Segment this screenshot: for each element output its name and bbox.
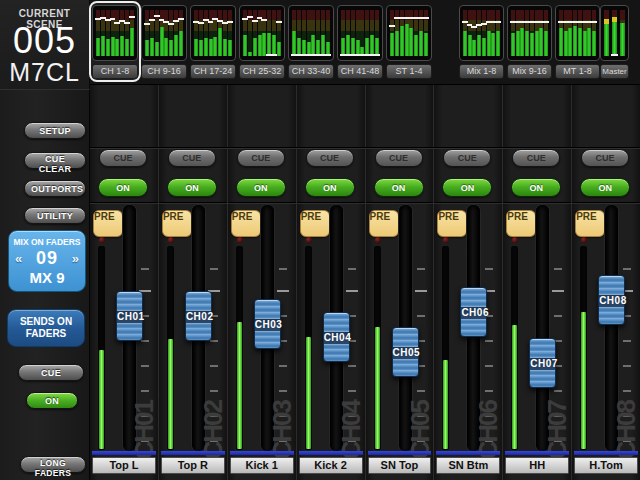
bridge-tab-ch-9-16[interactable]: CH 9-16 [141,64,187,79]
fader-scale-tick [554,390,562,392]
on-button[interactable]: ON [511,178,561,197]
on-button[interactable]: ON [98,178,148,197]
cue-button[interactable]: CUE [99,149,147,167]
meter-bar [472,10,476,56]
channel-name-button[interactable]: SN Top [368,457,432,474]
meter-block-mix-9-16[interactable]: Mix 9-16 [504,1,555,82]
sidebar-cue-button[interactable]: CUE [18,364,84,381]
channel-color-bar [161,451,225,455]
pre-badge[interactable]: PRE [506,210,536,237]
bridge-tab-st-1-4[interactable]: ST 1-4 [386,64,432,79]
bridge-tab-ch-33-40[interactable]: CH 33-40 [288,64,334,79]
mix-on-faders-panel[interactable]: MIX ON FADERS « 09 » MX 9 [8,230,86,292]
meter-box [386,5,432,61]
prev-mix-icon[interactable]: « [15,251,22,266]
bridge-tab-ch-1-8[interactable]: CH 1-8 [92,64,138,79]
meter-block-st-1-4[interactable]: ST 1-4 [383,1,435,82]
meter-block-ch-25-32[interactable]: CH 25-32 [236,1,288,82]
fader-scale-tick [279,390,287,392]
cue-button[interactable]: CUE [375,149,423,167]
fader-cap[interactable]: CH08 [598,275,625,325]
channel-color-bar [505,451,569,455]
meter-block-mix-1-8[interactable]: Mix 1-8 [456,1,507,82]
cue-button[interactable]: CUE [443,149,491,167]
meter-block-mt-1-8[interactable]: MT 1-8 [552,1,603,82]
bridge-tab-mix-9-16[interactable]: Mix 9-16 [507,64,552,79]
level-meter-fill [99,350,104,449]
pre-badge[interactable]: PRE [162,210,192,237]
cue-button[interactable]: CUE [237,149,285,167]
fader-cap[interactable]: CH07 [529,338,556,388]
bridge-tab-ch-25-32[interactable]: CH 25-32 [239,64,285,79]
fader-scale-tick [277,290,289,292]
cue-button[interactable]: CUE [512,149,560,167]
outports-button[interactable]: OUTPORTS [24,180,86,197]
bridge-tab-ch-17-24[interactable]: CH 17-24 [190,64,236,79]
bridge-tab-master[interactable]: Master [600,64,629,79]
fader-cap[interactable]: CH01 [116,291,143,341]
meter-block-ch-9-16[interactable]: CH 9-16 [138,1,190,82]
meter-block-ch-41-48[interactable]: CH 41-48 [334,1,386,82]
channel-name-button[interactable]: HH [505,457,569,474]
channel-name-button[interactable]: Top L [92,457,156,474]
meter-box [141,5,187,61]
fader-cap[interactable]: CH04 [323,312,350,362]
channel-name-button[interactable]: H.Tom [574,457,638,474]
bridge-tab-mix-1-8[interactable]: Mix 1-8 [459,64,504,79]
meter-bar [525,10,529,56]
cue-button[interactable]: CUE [306,149,354,167]
meter-block-master[interactable]: Master [597,1,632,82]
fader-cap[interactable]: CH03 [254,299,281,349]
channel-name-button[interactable]: Top R [161,457,225,474]
meter-bar [326,10,330,56]
meter-block-ch-17-24[interactable]: CH 17-24 [187,1,239,82]
meter-bar [511,10,515,56]
level-meter [374,246,381,450]
sends-on-faders-button[interactable]: SENDS ON FADERS [7,309,85,347]
fader-scale-tick [623,340,631,342]
fader-cap[interactable]: CH05 [392,327,419,377]
fader-scale-tick [141,340,149,342]
setup-button[interactable]: SETUP [24,122,86,139]
level-meter-fill [581,312,586,449]
fader-scale-tick [348,268,356,270]
on-button[interactable]: ON [305,178,355,197]
channel-name-button[interactable]: SN Btm [436,457,500,474]
pre-badge[interactable]: PRE [93,210,123,237]
long-faders-button[interactable]: LONG FADERS [20,456,86,473]
on-button[interactable]: ON [580,178,630,197]
fader-cap[interactable]: CH02 [185,291,212,341]
on-button[interactable]: ON [442,178,492,197]
cue-button[interactable]: CUE [168,149,216,167]
level-meter [511,246,518,450]
meter-block-ch-33-40[interactable]: CH 33-40 [285,1,337,82]
meter-bar [604,10,609,56]
pre-badge[interactable]: PRE [300,210,330,237]
on-button[interactable]: ON [374,178,424,197]
fader-cap[interactable]: CH06 [460,287,487,337]
cue-button[interactable]: CUE [581,149,629,167]
meter-bar [194,10,198,56]
pre-badge[interactable]: PRE [231,210,261,237]
pre-badge[interactable]: PRE [575,210,605,237]
on-button[interactable]: ON [167,178,217,197]
utility-button[interactable]: UTILITY [24,207,86,224]
level-meter [305,246,312,450]
channel-name-button[interactable]: Kick 1 [230,457,294,474]
peak-led-icon [306,237,312,243]
meter-block-ch-1-8[interactable]: CH 1-8 [89,1,141,82]
channel-strip-ch05: CUEONPRECH05CH05SN Top [366,85,435,480]
sidebar-on-button[interactable]: ON [26,392,78,409]
cue-clear-button[interactable]: CUE CLEAR [24,152,86,169]
next-mix-icon[interactable]: » [72,251,79,266]
channel-name-button[interactable]: Kick 2 [299,457,363,474]
bridge-tab-ch-41-48[interactable]: CH 41-48 [337,64,383,79]
pre-badge[interactable]: PRE [437,210,467,237]
channel-strip-ch03: CUEONPRECH03CH03Kick 1 [228,85,297,480]
on-button[interactable]: ON [236,178,286,197]
meter-bar [111,10,115,56]
pre-badge[interactable]: PRE [369,210,399,237]
meter-bar [356,10,360,56]
fader-scale-tick [623,390,631,392]
bridge-tab-mt-1-8[interactable]: MT 1-8 [555,64,600,79]
